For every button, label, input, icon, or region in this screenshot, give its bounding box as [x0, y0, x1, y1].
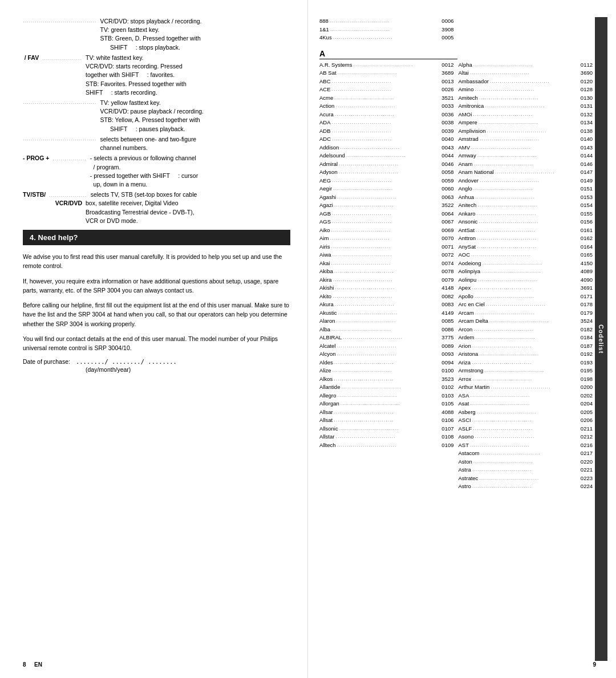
entry-name: Apex	[459, 284, 472, 292]
entry-code: 0179	[579, 309, 593, 317]
entry-code: 0202	[579, 392, 593, 400]
entry-dots: ..............................	[335, 284, 440, 292]
key-row-fav: / FAV .................... TV: white fas…	[23, 54, 290, 97]
entry-dots: ..............................	[335, 102, 440, 110]
list-item: AB Sat..............................3689	[319, 69, 454, 78]
entry-name: Amplivision	[459, 127, 487, 135]
entry-code: 0067	[440, 218, 453, 226]
entry-code: 0187	[579, 342, 593, 350]
entry-name: Arc en Ciel	[459, 301, 486, 308]
list-item: Allsar..............................4088	[319, 408, 454, 417]
list-item: Ardem..............................0184	[459, 334, 593, 342]
entry-name: Agazi	[319, 201, 334, 209]
list-item: Alpha..............................0112	[459, 61, 593, 70]
entry-code: 0103	[440, 392, 453, 400]
entry-dots: ..............................	[334, 375, 440, 383]
list-item: AOC..............................0165	[459, 251, 593, 259]
date-label: Date of purchase:	[23, 358, 70, 365]
entry-dots: ..............................	[480, 177, 579, 185]
dots-key-3: .....................................	[23, 135, 100, 152]
entry-dots: ..............................	[472, 284, 579, 292]
entry-name: Aston	[459, 458, 473, 466]
entry-name: ASLF	[459, 425, 473, 433]
list-item: ADC..............................0040	[319, 135, 454, 144]
list-item: Anitech..............................015…	[459, 201, 593, 210]
entry-code: 0171	[579, 293, 593, 301]
entry-name: Akito	[319, 293, 333, 301]
list-item: Alltech..............................010…	[319, 441, 454, 450]
codelist-tab: Codelist	[595, 17, 607, 661]
entry-dots: ..............................	[337, 441, 441, 449]
list-item: Akishi..............................4148	[319, 284, 454, 293]
entry-code: 0224	[579, 482, 593, 490]
entry-dots: ..............................	[473, 111, 579, 119]
entry-name: Alkos	[319, 375, 334, 383]
codelist-two-cols: A.R. Systems............................…	[319, 61, 595, 491]
list-item: Allstar..............................010…	[319, 433, 454, 441]
entry-dots: ..............................	[477, 210, 579, 218]
entry-name: Astratec	[459, 474, 480, 482]
entry-code: 0154	[579, 201, 593, 209]
list-item: Altai..............................3690	[459, 69, 593, 78]
tvstb-key: TV/STB/ ...................	[23, 190, 91, 199]
entry-dots: ..............................	[333, 367, 441, 375]
entry-code: 4088	[440, 408, 453, 416]
entry-code: 0140	[579, 135, 593, 143]
dots-key-1: .....................................	[23, 17, 100, 52]
entry-code: 3690	[579, 69, 593, 77]
entry-code: 0012	[440, 61, 453, 69]
list-item: Apex..............................3691	[459, 284, 593, 293]
entry-code: 4149	[440, 309, 453, 317]
entry-code: 0106	[440, 416, 453, 424]
entry-code: 0005	[440, 34, 453, 42]
entry-code: 3524	[579, 317, 593, 325]
entry-name: Acme	[319, 94, 334, 102]
entry-dots: ..............................	[487, 127, 579, 135]
top-number-entry: 1&1..............................3908	[319, 26, 454, 34]
entry-dots: ..............................	[333, 185, 440, 193]
entry-name: 4Kus	[319, 34, 333, 42]
entry-code: 0102	[440, 383, 453, 391]
list-item: Aristona..............................01…	[459, 350, 593, 359]
entry-dots: ..............................	[338, 392, 441, 400]
entry-code: 0138	[579, 127, 593, 135]
entry-name: Asat	[459, 400, 471, 408]
entry-code: 0064	[440, 210, 453, 218]
entry-dots: ..............................	[334, 359, 441, 367]
entry-name: Asberg	[459, 408, 477, 416]
entry-dots: ..............................	[335, 433, 440, 441]
list-item: Ansonic..............................015…	[459, 218, 593, 226]
list-item: Ampere..............................0134	[459, 119, 593, 127]
entry-code: 0165	[579, 251, 593, 259]
entry-name: AST	[459, 441, 470, 449]
fav-desc: TV: white fasttext key. VCR/DVD: starts …	[86, 54, 290, 97]
top-numbers-col: 888..............................00061&1…	[319, 17, 456, 42]
list-item: AMOi..............................0132	[459, 111, 593, 119]
entry-name: AnySat	[459, 243, 477, 251]
vcrdvd-desc: box, satellite receiver, Digital Video B…	[86, 199, 290, 225]
entry-code: 3689	[440, 69, 453, 77]
list-item: Anam National...........................…	[459, 168, 593, 177]
entry-name: Alba	[319, 326, 331, 334]
key-row-prog: - PROG + ................. - selects a p…	[23, 154, 290, 189]
entry-dots: ..............................	[471, 144, 579, 152]
entry-dots: ..............................	[340, 144, 440, 152]
entry-dots: ..............................	[473, 185, 579, 193]
entry-dots: ..............................	[473, 61, 579, 69]
entry-name: Anam National	[459, 168, 495, 176]
entry-name: Akiba	[319, 267, 334, 275]
entry-name: Arcam Delta	[459, 317, 489, 325]
list-item: Ariza..............................0193	[459, 359, 593, 367]
prog-key: - PROG + .................	[23, 154, 90, 189]
list-item: Akai..............................0074	[319, 259, 454, 268]
list-item: ASCI..............................0206	[459, 416, 593, 425]
entry-name: Anitech	[459, 201, 478, 209]
list-item: Alize..............................0100	[319, 367, 454, 375]
list-item: Astratec..............................02…	[459, 474, 593, 483]
entry-code: 0205	[579, 408, 593, 416]
entry-code: 0220	[579, 458, 593, 466]
list-item: Amway..............................0144	[459, 152, 593, 160]
left-page: ..................................... VC…	[0, 0, 308, 678]
entry-name: AGS	[319, 218, 332, 226]
entry-code: 0039	[440, 127, 453, 135]
